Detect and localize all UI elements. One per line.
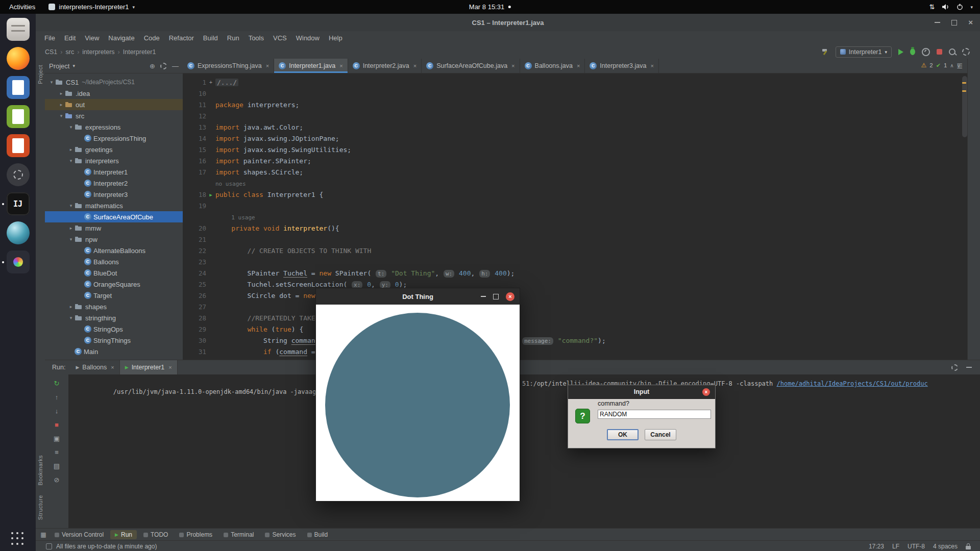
editor-tab-interpreter2-java[interactable]: CInterpreter2.java×: [348, 59, 422, 73]
code-line[interactable]: 1+/.../: [183, 77, 968, 88]
indent-indicator[interactable]: 4 spaces: [933, 543, 958, 550]
libreoffice-writer-app-icon[interactable]: [0, 73, 36, 102]
gutter-cell[interactable]: 29: [183, 324, 215, 335]
encoding-indicator[interactable]: UTF-8: [908, 543, 925, 550]
tree-item-shapes[interactable]: ▸shapes: [45, 301, 183, 312]
gutter-cell[interactable]: 21: [183, 234, 215, 245]
code-line[interactable]: 25 Tuchel.setScreenLocation( x: 0, y: 0)…: [183, 279, 968, 290]
code-line[interactable]: 15import javax.swing.SwingUtilities;: [183, 144, 968, 156]
tree-item-expressions[interactable]: ▾expressions: [45, 121, 183, 133]
code-line[interactable]: 30 String command = JOptionPane.showInpu…: [183, 335, 968, 346]
tree-chevron-icon[interactable]: ▸: [58, 91, 65, 96]
files-app-icon[interactable]: [0, 15, 36, 44]
gutter-cell[interactable]: 30: [183, 335, 215, 346]
libreoffice-calc-app-icon[interactable]: [0, 102, 36, 131]
editor-tab-expressionsthing-java[interactable]: CExpressionsThing.java×: [183, 59, 274, 73]
toolwindow-button-build[interactable]: Build: [303, 530, 333, 539]
tree-chevron-icon[interactable]: ▸: [67, 226, 75, 231]
console-output[interactable]: /usr/lib/jvm/java-1.11.0-openjdk-amd64/b…: [68, 374, 980, 529]
code-line[interactable]: 23: [183, 257, 968, 268]
gutter-cell[interactable]: 17: [183, 167, 215, 178]
console-classpath-link[interactable]: /home/adhital/IdeaProjects/CS1/out/produ…: [777, 380, 928, 387]
code-line[interactable]: 13import java.awt.Color;: [183, 122, 968, 133]
toolwindow-button-todo[interactable]: TODO: [139, 530, 173, 539]
gutter-cell[interactable]: 13: [183, 122, 215, 133]
ok-button[interactable]: OK: [607, 429, 639, 440]
breadcrumb-interpreters[interactable]: interpreters: [82, 48, 114, 56]
gutter-cell[interactable]: 27: [183, 302, 215, 313]
activities-button[interactable]: Activities: [6, 2, 38, 12]
build-hammer-icon[interactable]: [821, 48, 829, 55]
code-line[interactable]: 29 while (true) {: [183, 324, 968, 335]
tab-close-icon[interactable]: ×: [266, 63, 269, 69]
tree-item-src[interactable]: ▾src: [45, 110, 183, 121]
menu-refactor[interactable]: Refactor: [164, 33, 199, 43]
gutter-cell[interactable]: [183, 212, 215, 223]
code-line[interactable]: 28 //REPEATEDLY TAKE A C: [183, 313, 968, 324]
gutter-cell[interactable]: 25: [183, 279, 215, 290]
tree-chevron-icon[interactable]: ▾: [58, 113, 65, 118]
project-stripe-button[interactable]: Project: [37, 65, 43, 84]
stop-icon[interactable]: ■: [52, 420, 62, 429]
gutter-cell[interactable]: [183, 178, 215, 189]
input-dialog-title-bar[interactable]: Input ×: [568, 385, 715, 399]
input-dialog[interactable]: Input × ? command? OK Cancel: [568, 385, 716, 448]
tree-item-interpreter1[interactable]: CInterpreter1: [45, 166, 183, 178]
tree-item-npw[interactable]: ▾npw: [45, 234, 183, 245]
settings-gear-icon[interactable]: [962, 48, 970, 56]
search-everywhere-icon[interactable]: [949, 48, 955, 55]
teal-orb-app-icon[interactable]: [0, 218, 36, 247]
tree-item-stringthings[interactable]: CStringThings: [45, 335, 183, 346]
gutter-cell[interactable]: 12: [183, 111, 215, 122]
close-icon[interactable]: ×: [968, 20, 973, 25]
tree-item-balloons[interactable]: CBalloons: [45, 256, 183, 267]
tree-item-idea[interactable]: ▸.idea: [45, 88, 183, 99]
profiler-button[interactable]: [922, 48, 930, 56]
menu-build[interactable]: Build: [199, 33, 223, 43]
code-line[interactable]: 11package interpreters;: [183, 99, 968, 111]
toolwindow-button-version-control[interactable]: Version Control: [50, 530, 108, 539]
print-icon[interactable]: ▤: [52, 461, 62, 470]
run-tab-balloons[interactable]: ▶Balloons×: [70, 360, 119, 374]
command-input[interactable]: [598, 410, 711, 419]
gutter-cell[interactable]: 24: [183, 268, 215, 279]
tree-item-stringthing[interactable]: ▾stringthing: [45, 312, 183, 323]
code-editor[interactable]: 1+/.../1011package interpreters;1213impo…: [183, 73, 968, 360]
tree-item-interpreters[interactable]: ▾interpreters: [45, 155, 183, 166]
code-line[interactable]: 26 SCircle dot = new SC: [183, 290, 968, 302]
tree-chevron-icon[interactable]: ▾: [67, 158, 75, 163]
show-applications-button[interactable]: [11, 532, 25, 546]
gutter-cell[interactable]: 19: [183, 201, 215, 212]
readonly-lock-icon[interactable]: [966, 543, 971, 549]
system-tray[interactable]: ⇅ ▾: [929, 3, 980, 11]
project-view-selector[interactable]: Project: [49, 62, 69, 70]
tree-item-cs1[interactable]: ▾CS1~/IdeaProjects/CS1: [45, 77, 183, 88]
cursor-position[interactable]: 17:23: [869, 543, 884, 550]
breadcrumb-cs1[interactable]: CS1: [45, 48, 57, 56]
tree-item-expressionsthing[interactable]: CExpressionsThing: [45, 133, 183, 144]
cancel-button[interactable]: Cancel: [645, 429, 676, 440]
gutter-cell[interactable]: 23: [183, 257, 215, 268]
menu-vcs[interactable]: VCS: [268, 33, 291, 43]
tab-close-icon[interactable]: ×: [511, 63, 514, 69]
toolwindow-button-problems[interactable]: Problems: [175, 530, 217, 539]
gutter-cell[interactable]: 20: [183, 223, 215, 234]
gutter-cell[interactable]: 22: [183, 245, 215, 257]
code-line[interactable]: no usages: [183, 178, 968, 189]
warning-stripe-mark[interactable]: [962, 90, 966, 92]
fold-icon[interactable]: +: [206, 77, 215, 88]
tree-item-orangesquares[interactable]: COrangeSquares: [45, 279, 183, 290]
code-line[interactable]: 14import javax.swing.JOptionPane;: [183, 133, 968, 144]
close-icon[interactable]: ×: [506, 292, 514, 301]
gutter-cell[interactable]: 14: [183, 133, 215, 144]
code-line[interactable]: 22 // CREATE OBJECTS TO THINK WITH: [183, 245, 968, 257]
tree-chevron-icon[interactable]: ▸: [67, 147, 75, 152]
gutter-cell[interactable]: 11: [183, 99, 215, 111]
tree-chevron-icon[interactable]: ▾: [67, 237, 75, 242]
minimize-icon[interactable]: [935, 22, 940, 23]
code-line[interactable]: 21: [183, 234, 968, 245]
clock[interactable]: Mar 8 15:31: [469, 3, 511, 11]
run-class-icon[interactable]: ▶: [206, 189, 215, 201]
locate-file-icon[interactable]: ⊕: [150, 62, 155, 70]
tree-item-stringops[interactable]: CStringOps: [45, 323, 183, 335]
